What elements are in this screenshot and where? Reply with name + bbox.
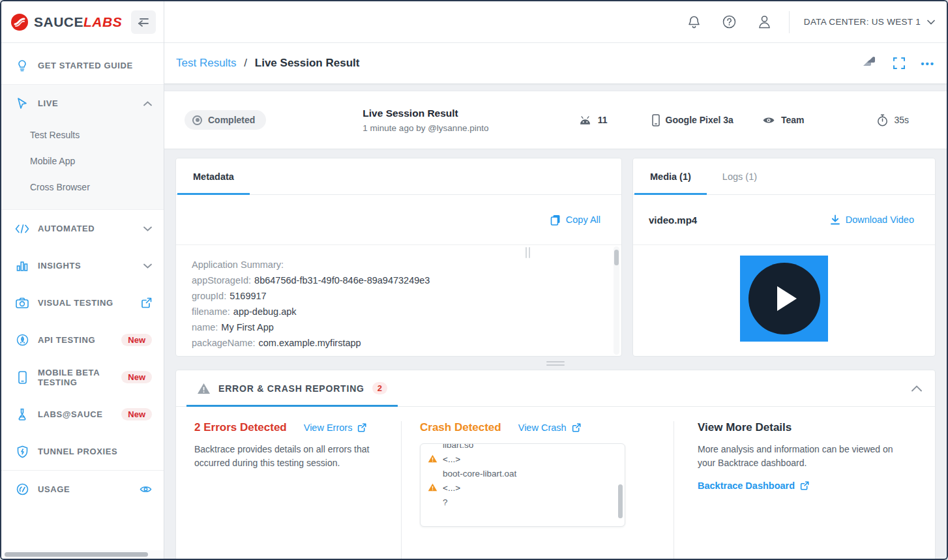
external-link-icon (800, 481, 809, 490)
sidebar-horizontal-scrollbar[interactable] (1, 550, 164, 559)
os-version-stat: 11 (578, 115, 608, 125)
sidebar-collapse-button[interactable] (131, 10, 156, 34)
page-content: Completed Live Session Result 1 minute a… (164, 84, 947, 559)
collapse-sidebar-icon (137, 17, 150, 27)
tab-metadata[interactable]: Metadata (177, 158, 250, 194)
video-file-name: video.mp4 (649, 214, 697, 226)
view-errors-link[interactable]: View Errors (304, 422, 367, 433)
metadata-scrollbar[interactable] (614, 246, 619, 355)
logo-text-labs: LABS (83, 14, 122, 29)
bar-chart-icon (15, 260, 29, 272)
sidebar-item-cross-browser[interactable]: Cross Browser (1, 174, 164, 200)
sidebar-item-test-results[interactable]: Test Results (1, 122, 164, 148)
camera-icon (15, 297, 29, 308)
sidebar: SAUCELABS GET STARTED GUIDE (1, 1, 164, 559)
copy-all-button[interactable]: Copy All (550, 214, 600, 226)
metadata-line: name:My First App (192, 319, 604, 335)
tab-error-crash-reporting[interactable]: ERROR & CRASH REPORTING 2 (186, 370, 398, 406)
sub-item-label: Mobile App (30, 156, 75, 166)
metadata-line: packageName:com.example.myfirstapp (192, 335, 604, 351)
stack-frame: <...> (428, 481, 617, 495)
download-video-label: Download Video (846, 214, 914, 225)
device-value: Google Pixel 3a (666, 115, 733, 125)
sidebar-item-visual-testing[interactable]: VISUAL TESTING (1, 284, 164, 321)
collapse-section-button[interactable] (911, 370, 922, 406)
external-link-icon (572, 423, 581, 432)
saucelabs-logo[interactable]: SAUCELABS (10, 13, 122, 31)
sidebar-item-tunnel-proxies[interactable]: TUNNEL PROXIES (1, 433, 164, 470)
api-icon (15, 334, 29, 346)
sidebar-nav: GET STARTED GUIDE LIVE Test Results Mobi… (1, 43, 164, 559)
help-icon[interactable] (722, 15, 736, 29)
sidebar-item-mobile-app[interactable]: Mobile App (1, 148, 164, 174)
session-title: Live Session Result (363, 108, 488, 119)
warning-triangle-icon (197, 383, 211, 394)
sidebar-item-mobile-beta-testing[interactable]: MOBILE BETA TESTING New (1, 359, 164, 396)
fullscreen-icon[interactable] (893, 57, 905, 69)
data-center-selector[interactable]: DATA CENTER: US WEST 1 (804, 17, 935, 27)
vertical-resize-handle[interactable] (164, 357, 947, 370)
sidebar-item-label: MOBILE BETA TESTING (38, 368, 121, 387)
sub-item-label: Test Results (30, 130, 80, 140)
mobile-icon (15, 371, 29, 384)
view-errors-label: View Errors (304, 422, 353, 433)
breadcrumb-link-test-results[interactable]: Test Results (176, 57, 237, 69)
crash-column: Crash Detected View Crash libart.so (401, 421, 674, 559)
video-thumbnail[interactable] (740, 256, 828, 342)
jira-icon[interactable] (861, 55, 878, 72)
chevron-down-icon (927, 20, 935, 25)
tab-logs[interactable]: Logs (1) (707, 158, 773, 194)
user-account-icon[interactable] (758, 15, 771, 29)
app-window: SAUCELABS GET STARTED GUIDE (0, 0, 948, 560)
view-more-details-title: View More Details (698, 421, 792, 434)
backtrace-dashboard-link[interactable]: Backtrace Dashboard (698, 480, 809, 491)
chevron-down-icon (143, 226, 152, 231)
sidebar-item-usage[interactable]: USAGE (1, 470, 164, 507)
more-options-icon[interactable]: ••• (921, 58, 935, 69)
chevron-down-icon (143, 263, 152, 269)
sidebar-item-automated[interactable]: AUTOMATED (1, 210, 164, 247)
sidebar-item-label: API TESTING (38, 335, 121, 345)
external-link-icon (141, 297, 152, 308)
sidebar-item-insights[interactable]: INSIGHTS (1, 247, 164, 284)
duration-value: 35s (894, 115, 909, 125)
eye-icon[interactable] (140, 485, 152, 494)
sidebar-item-label: INSIGHTS (38, 261, 143, 271)
sidebar-item-label: USAGE (38, 484, 140, 494)
scrollbar-thumb[interactable] (5, 552, 148, 557)
metadata-scroll-area[interactable]: Application Summary: appStorageId:8b6475… (176, 245, 621, 356)
sub-item-label: Cross Browser (30, 182, 90, 192)
sidebar-group-live: LIVE Test Results Mobile App Cross Brows… (1, 84, 164, 210)
notifications-bell-icon[interactable] (688, 15, 700, 29)
session-stats: 11 Google Pixel 3a Team (578, 114, 909, 126)
scrollbar-thumb[interactable] (614, 250, 619, 265)
logo-text-sauce: SAUCE (34, 14, 83, 29)
errors-column: 2 Errors Detected View Errors Backtrace … (176, 421, 401, 559)
sidebar-item-labs-at-sauce[interactable]: LABS@SAUCE New (1, 396, 164, 433)
panel-resize-handle[interactable] (526, 247, 530, 258)
panels-row: Metadata Copy All Application Summary: (175, 158, 936, 357)
play-button[interactable] (748, 263, 820, 334)
sidebar-item-get-started-guide[interactable]: GET STARTED GUIDE (1, 47, 164, 84)
warning-triangle-icon (428, 454, 437, 463)
lightbulb-icon (15, 59, 29, 72)
backtrace-dashboard-label: Backtrace Dashboard (698, 480, 795, 491)
data-center-label: DATA CENTER: US WEST 1 (804, 17, 921, 27)
sidebar-item-label: GET STARTED GUIDE (38, 61, 152, 70)
session-summary-card: Completed Live Session Result 1 minute a… (164, 91, 947, 149)
view-crash-link[interactable]: View Crash (518, 422, 581, 433)
cursor-icon (15, 97, 29, 110)
status-label: Completed (208, 115, 255, 125)
divider (789, 11, 790, 33)
tab-media[interactable]: Media (1) (634, 158, 707, 194)
sidebar-item-label: AUTOMATED (38, 224, 143, 233)
android-icon (578, 115, 592, 125)
sidebar-item-live[interactable]: LIVE (1, 85, 164, 122)
sidebar-item-label: LABS@SAUCE (38, 409, 121, 419)
copy-all-label: Copy All (566, 214, 600, 225)
sidebar-item-api-testing[interactable]: API TESTING New (1, 321, 164, 359)
download-video-button[interactable]: Download Video (830, 214, 914, 226)
scrollbar-thumb[interactable] (618, 484, 623, 518)
crash-stack-trace-box[interactable]: libart.so <...> boot-core-libart.oat (420, 443, 625, 527)
breadcrumb-bar: Test Results / Live Session Result ••• (164, 43, 947, 84)
